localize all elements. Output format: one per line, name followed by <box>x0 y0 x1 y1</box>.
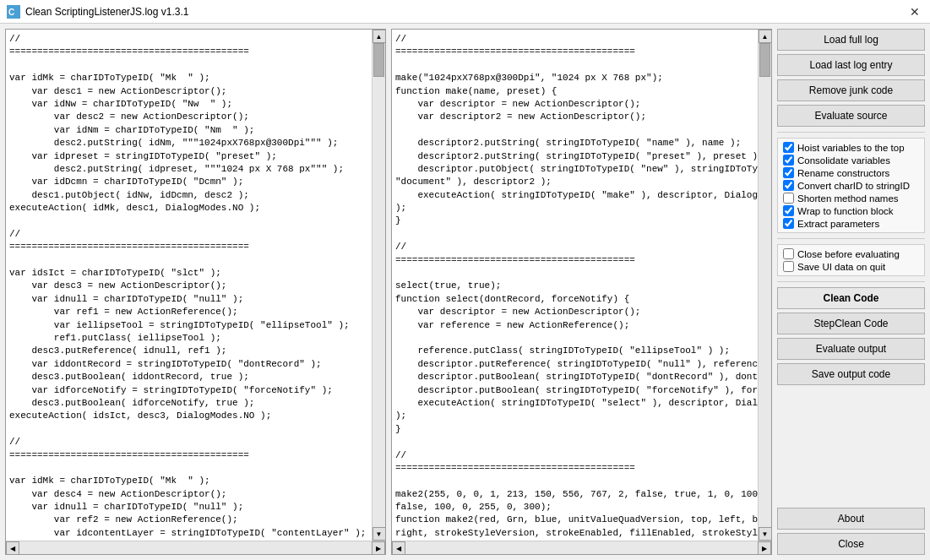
left-code-editor[interactable] <box>6 30 372 541</box>
separator-1 <box>777 132 925 133</box>
extract-label: Extract parameters <box>797 219 879 229</box>
code-panels: ▲ ▼ ◀ ▶ ▲ <box>5 29 772 555</box>
separator-3 <box>777 281 925 282</box>
bottom-buttons: About Close <box>777 508 925 555</box>
extract-checkbox[interactable] <box>783 218 794 229</box>
checkbox-item-wrap: Wrap to function block <box>783 205 919 216</box>
right-scrollbar-x[interactable]: ◀ ▶ <box>392 541 771 554</box>
hoist-label: Hoist variables to the top <box>797 143 905 153</box>
convert-charid-label: Convert charID to stringID <box>797 181 910 191</box>
wrap-checkbox[interactable] <box>783 205 794 216</box>
hoist-checkbox[interactable] <box>783 142 794 153</box>
left-scrollbar-x[interactable]: ◀ ▶ <box>6 541 385 554</box>
left-panel-content: ▲ ▼ <box>6 30 385 541</box>
checkbox-item-shorten: Shorten method names <box>783 193 919 204</box>
checkbox-item-convert-charid: Convert charID to stringID <box>783 180 919 191</box>
right-scroll-left-btn[interactable]: ◀ <box>392 541 405 555</box>
left-scroll-right-btn[interactable]: ▶ <box>372 541 385 555</box>
load-last-log-entry-button[interactable]: Load last log entry <box>777 54 925 76</box>
left-scroll-track[interactable] <box>373 43 385 527</box>
remove-junk-code-button[interactable]: Remove junk code <box>777 79 925 101</box>
window-title: Clean ScriptingListenerJS.log v1.3.1 <box>25 6 188 18</box>
options-checkboxes-1: Hoist variables to the top Consolidate v… <box>777 138 925 233</box>
save-ui-label: Save UI data on quit <box>797 262 885 272</box>
evaluate-output-button[interactable]: Evaluate output <box>777 338 925 360</box>
clean-code-button[interactable]: Clean Code <box>777 287 925 309</box>
left-scroll-up-btn[interactable]: ▲ <box>373 30 386 43</box>
checkbox-item-close-before: Close before evaluating <box>783 248 919 259</box>
left-scroll-down-btn[interactable]: ▼ <box>373 527 386 541</box>
rename-label: Rename constructors <box>797 168 889 178</box>
title-bar: C Clean ScriptingListenerJS.log v1.3.1 ✕ <box>0 0 930 24</box>
left-code-panel: ▲ ▼ ◀ ▶ <box>5 29 386 555</box>
shorten-checkbox[interactable] <box>783 193 794 204</box>
spacer <box>777 389 925 504</box>
shorten-label: Shorten method names <box>797 193 899 204</box>
svg-text:C: C <box>8 8 14 17</box>
consolidate-label: Consolidate variables <box>797 155 890 166</box>
left-scroll-left-btn[interactable]: ◀ <box>6 541 19 555</box>
right-scroll-thumb[interactable] <box>759 43 770 77</box>
right-code-panel: ▲ ▼ ◀ ▶ <box>391 29 772 555</box>
close-button[interactable]: Close <box>777 533 925 555</box>
right-options-panel: Load full log Load last log entry Remove… <box>777 29 925 555</box>
separator-2 <box>777 238 925 239</box>
title-bar-left: C Clean ScriptingListenerJS.log v1.3.1 <box>7 5 188 19</box>
convert-charid-checkbox[interactable] <box>783 180 794 191</box>
close-before-checkbox[interactable] <box>783 248 794 259</box>
right-scroll-down-btn[interactable]: ▼ <box>759 527 772 541</box>
right-code-editor[interactable] <box>392 30 758 541</box>
checkbox-item-hoist: Hoist variables to the top <box>783 142 919 153</box>
main-container: ▲ ▼ ◀ ▶ ▲ <box>0 24 930 560</box>
evaluate-source-button[interactable]: Evaluate source <box>777 105 925 127</box>
close-before-label: Close before evaluating <box>797 249 900 259</box>
right-scroll-up-btn[interactable]: ▲ <box>759 30 772 43</box>
options-checkboxes-2: Close before evaluating Save UI data on … <box>777 244 925 276</box>
right-scrollbar-y[interactable]: ▲ ▼ <box>758 30 771 541</box>
left-scroll-track-h[interactable] <box>19 541 372 554</box>
checkbox-item-consolidate: Consolidate variables <box>783 155 919 166</box>
right-scroll-right-btn[interactable]: ▶ <box>758 541 771 555</box>
checkbox-item-rename: Rename constructors <box>783 167 919 178</box>
close-window-button[interactable]: ✕ <box>906 5 923 19</box>
save-output-code-button[interactable]: Save output code <box>777 363 925 385</box>
right-panel-content: ▲ ▼ <box>392 30 771 541</box>
step-clean-code-button[interactable]: StepClean Code <box>777 313 925 334</box>
rename-checkbox[interactable] <box>783 167 794 178</box>
load-full-log-button[interactable]: Load full log <box>777 29 925 51</box>
save-ui-checkbox[interactable] <box>783 261 794 272</box>
wrap-label: Wrap to function block <box>797 206 894 216</box>
consolidate-checkbox[interactable] <box>783 155 794 166</box>
checkbox-item-extract: Extract parameters <box>783 218 919 229</box>
app-icon: C <box>7 5 20 19</box>
left-scroll-thumb[interactable] <box>373 43 384 77</box>
left-scrollbar-y[interactable]: ▲ ▼ <box>372 30 385 541</box>
checkbox-item-save-ui: Save UI data on quit <box>783 261 919 272</box>
right-scroll-track[interactable] <box>759 43 771 527</box>
right-scroll-track-h[interactable] <box>405 541 758 554</box>
about-button[interactable]: About <box>777 508 925 530</box>
